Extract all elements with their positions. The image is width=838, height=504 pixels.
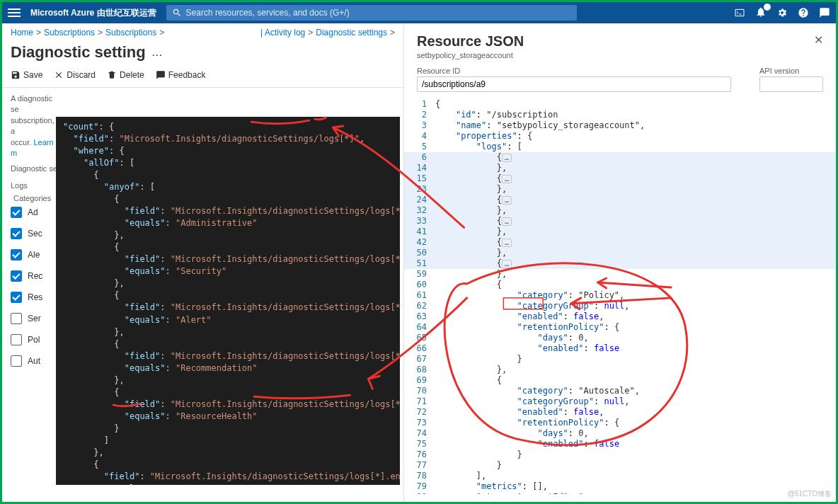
json-line: 79 "metrics": [],: [404, 481, 836, 492]
category-label: Res: [28, 292, 42, 302]
crumb-activity[interactable]: | Activity log: [260, 28, 305, 38]
top-bar: Microsoft Azure 由世纪互联运营: [2, 2, 836, 23]
api-version-field[interactable]: [759, 76, 823, 92]
crumb-home[interactable]: Home: [11, 28, 33, 38]
json-line: 80 "storageAccountId": ": [404, 492, 836, 494]
cloud-shell-icon[interactable]: [734, 7, 745, 18]
json-line: 70 "category": "Autoscale",: [404, 386, 836, 396]
category-label: Ad: [28, 207, 38, 217]
crumb-diag[interactable]: Diagnostic settings: [316, 28, 387, 38]
json-line: 74 "days": 0,: [404, 428, 836, 439]
json-line: 67 }: [404, 354, 836, 365]
category-checkbox[interactable]: [11, 228, 22, 239]
notification-icon-wrap[interactable]: [755, 6, 767, 20]
category-label: Rec: [28, 271, 42, 281]
hamburger-icon[interactable]: [8, 6, 21, 19]
watermark: @51CTO博客: [788, 489, 832, 499]
category-checkbox[interactable]: [11, 313, 22, 324]
json-line: 62 "categoryGroup": null,: [404, 301, 836, 311]
help-icon[interactable]: [798, 7, 809, 18]
category-checkbox[interactable]: [11, 334, 22, 345]
gear-icon[interactable]: [776, 7, 788, 18]
json-line: 41 },: [404, 227, 836, 237]
json-line: 65 "days": 0,: [404, 333, 836, 343]
crumb-subscriptions[interactable]: Subscriptions: [44, 28, 95, 38]
close-icon[interactable]: ✕: [814, 33, 823, 47]
json-line: 76 }: [404, 449, 836, 460]
left-pane: Home> Subscriptions> Subscriptions> | Ac…: [2, 23, 404, 502]
panel-subtitle: setbypolicy_storageaccount: [417, 51, 524, 59]
top-icons: [734, 6, 830, 20]
json-line: 64 "retentionPolicy": {: [404, 322, 836, 333]
api-version-label: API version: [759, 67, 823, 75]
resource-id-label: Resource ID: [417, 67, 731, 75]
right-pane: Resource JSON setbypolicy_storageaccount…: [404, 23, 836, 502]
json-line: 59 },: [404, 269, 836, 280]
category-checkbox[interactable]: [11, 355, 22, 367]
json-line: 75 "enabled": false: [404, 439, 836, 449]
category-checkbox[interactable]: [11, 270, 22, 282]
json-line: 6 {…: [404, 152, 836, 163]
feedback-icon: [156, 70, 166, 80]
search-input[interactable]: [186, 8, 571, 18]
json-line: 51 {…: [404, 258, 836, 269]
search-box[interactable]: [166, 5, 577, 21]
json-line: 61 "category": "Policy",: [404, 290, 836, 301]
json-line: 42 {…: [404, 237, 836, 248]
json-line: 71 "categoryGroup": null,: [404, 396, 836, 407]
json-line: 4 "properties": {: [404, 131, 836, 142]
resource-id-field[interactable]: [417, 76, 731, 92]
brand: Microsoft Azure 由世纪互联运营: [30, 7, 156, 19]
page-more-icon[interactable]: …: [151, 46, 163, 59]
json-line: 1{: [404, 99, 836, 110]
category-label: Ale: [28, 250, 40, 260]
discard-icon: [54, 70, 64, 80]
category-checkbox[interactable]: [11, 249, 22, 260]
save-button[interactable]: Save: [11, 70, 42, 80]
json-line: 78 ],: [404, 471, 836, 481]
save-icon: [11, 70, 21, 80]
json-line: 24 {…: [404, 195, 836, 205]
panel-title: Resource JSON: [417, 33, 524, 50]
json-line: 23 },: [404, 184, 836, 195]
json-line: 60 {: [404, 280, 836, 290]
json-line: 3 "name": "setbypolicy_storageaccount",: [404, 120, 836, 131]
json-line: 72 "enabled": false,: [404, 407, 836, 418]
json-line: 69 {: [404, 375, 836, 386]
category-checkbox[interactable]: [11, 207, 22, 218]
json-line: 66 "enabled": false: [404, 343, 836, 354]
feedback-button[interactable]: Feedback: [156, 70, 206, 80]
toolbar: Save Discard Delete Feedback: [2, 66, 403, 88]
delete-button[interactable]: Delete: [107, 70, 144, 80]
policy-json-overlay: "count": { "field": "Microsoft.Insights/…: [56, 117, 400, 485]
search-icon: [172, 8, 182, 18]
notification-badge: [764, 4, 771, 11]
json-line: 15 {…: [404, 173, 836, 184]
json-line: 5 "logs": [: [404, 142, 836, 152]
json-line: 33 {…: [404, 216, 836, 227]
json-line: 50 },: [404, 248, 836, 258]
json-line: 2 "id": "/subscription: [404, 110, 836, 120]
category-label: Aut: [28, 356, 40, 366]
json-line: 73 "retentionPolicy": {: [404, 418, 836, 428]
category-checkbox[interactable]: [11, 292, 22, 303]
json-line: 68 },: [404, 365, 836, 375]
category-label: Sec: [28, 229, 42, 239]
category-label: Ser: [28, 314, 41, 323]
crumb-subscriptions2[interactable]: Subscriptions: [105, 28, 156, 38]
json-line: 14 },: [404, 163, 836, 173]
breadcrumb: Home> Subscriptions> Subscriptions> | Ac…: [2, 23, 403, 42]
feedback-icon[interactable]: [819, 7, 830, 18]
json-line: 77 }: [404, 460, 836, 471]
discard-button[interactable]: Discard: [54, 70, 96, 80]
page-title: Diagnostic setting: [11, 43, 146, 62]
json-line: 63 "enabled": false,: [404, 311, 836, 322]
category-label: Pol: [28, 335, 40, 345]
json-line: 32 },: [404, 205, 836, 216]
delete-icon: [107, 70, 117, 80]
json-viewer[interactable]: 1{2 "id": "/subscription3 "name": "setby…: [404, 93, 836, 494]
